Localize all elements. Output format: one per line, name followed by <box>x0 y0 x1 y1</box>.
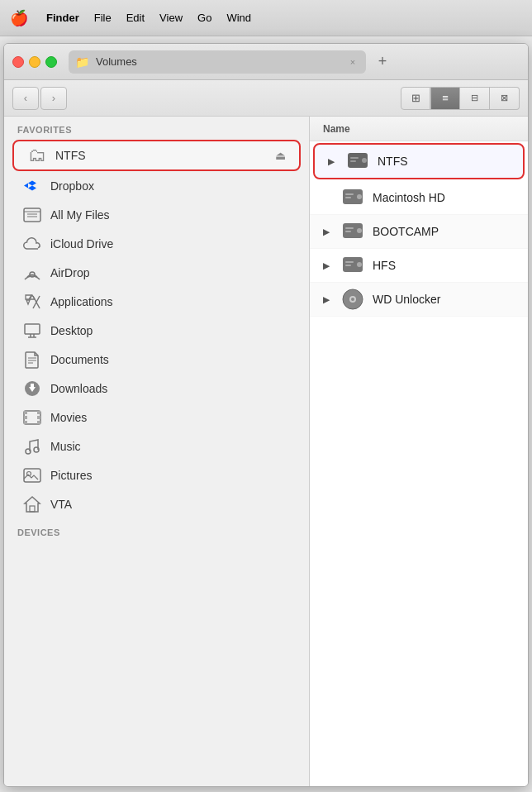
svg-marker-28 <box>25 497 40 512</box>
sidebar-item-all-my-files[interactable]: All My Files <box>9 201 304 229</box>
svg-rect-40 <box>345 227 354 229</box>
forward-arrow-icon: › <box>52 92 55 104</box>
main-panel: Name ▶ NTFS ▶ <box>310 117 528 786</box>
sidebar-item-airdrop[interactable]: AirDrop <box>9 259 304 287</box>
tab[interactable]: 📁 Volumes × <box>69 50 366 74</box>
favorites-section-label: Favorites <box>4 117 309 138</box>
cover-view-icon: ⊠ <box>501 93 508 103</box>
tab-close-button[interactable]: × <box>346 55 359 69</box>
tab-folder-icon: 📁 <box>75 55 89 69</box>
back-button[interactable]: ‹ <box>12 87 39 110</box>
svg-rect-16 <box>31 384 34 388</box>
sidebar-item-movies-label: Movies <box>50 411 87 424</box>
svg-rect-36 <box>345 193 354 195</box>
main-item-wd-label: WD Unlocker <box>373 293 440 306</box>
svg-rect-26 <box>24 469 40 482</box>
svg-point-48 <box>351 298 354 301</box>
main-item-ntfs[interactable]: ▶ NTFS <box>313 143 525 179</box>
drive-icon-macintosh <box>341 186 364 209</box>
sidebar-item-desktop-label: Desktop <box>50 324 93 337</box>
sidebar-item-all-my-files-label: All My Files <box>50 208 110 222</box>
sidebar-item-vta[interactable]: VTA <box>9 490 304 518</box>
sidebar-item-pictures[interactable]: Pictures <box>9 461 304 489</box>
column-view-button[interactable]: ⊟ <box>460 87 490 110</box>
disc-icon-wd <box>341 288 364 311</box>
sidebar-item-ntfs-label: NTFS <box>55 149 86 162</box>
sidebar-item-airdrop-label: AirDrop <box>50 266 89 279</box>
sidebar-item-movies[interactable]: Movies <box>9 403 304 432</box>
main-item-wd-unlocker[interactable]: ▶ WD Unlocker <box>310 283 528 317</box>
sidebar-item-pictures-label: Pictures <box>50 469 93 482</box>
sidebar-item-applications-label: Applications <box>50 295 113 308</box>
svg-rect-21 <box>37 421 40 424</box>
new-tab-button[interactable]: + <box>373 52 392 72</box>
svg-rect-32 <box>350 157 359 159</box>
sidebar-item-dropbox[interactable]: Dropbox <box>9 172 304 200</box>
downloads-icon <box>22 379 42 398</box>
svg-rect-41 <box>345 231 351 232</box>
sidebar-item-vta-label: VTA <box>50 498 72 511</box>
minimize-button[interactable] <box>29 56 40 68</box>
column-view-icon: ⊟ <box>471 93 478 103</box>
column-header: Name <box>310 117 528 141</box>
main-item-hfs[interactable]: ▶ HFS <box>310 249 528 283</box>
expand-arrow-bootcamp[interactable]: ▶ <box>323 227 333 236</box>
svg-rect-7 <box>25 324 40 334</box>
back-arrow-icon: ‹ <box>24 92 27 104</box>
sidebar-item-dropbox-label: Dropbox <box>50 179 94 193</box>
svg-rect-0 <box>24 208 40 222</box>
desktop-icon <box>22 321 42 341</box>
main-item-ntfs-label: NTFS <box>378 155 408 168</box>
main-item-bootcamp-label: BOOTCAMP <box>373 225 439 238</box>
sidebar-item-applications[interactable]: Applications <box>9 288 304 316</box>
cover-view-button[interactable]: ⊠ <box>490 87 520 110</box>
main-item-macintosh-hd[interactable]: ▶ Macintosh HD <box>310 181 528 215</box>
drive-icon-ntfs <box>346 150 369 173</box>
sidebar-item-downloads[interactable]: Downloads <box>9 375 304 403</box>
pictures-icon <box>22 465 42 485</box>
svg-point-35 <box>357 194 362 199</box>
svg-rect-44 <box>345 261 354 263</box>
content-area: Favorites 🗂 NTFS ⏏ Dropbox All M <box>4 117 528 786</box>
folder-icon: 🗂 <box>27 146 47 165</box>
fullscreen-button[interactable] <box>45 56 57 68</box>
menu-go[interactable]: Go <box>197 12 211 24</box>
sidebar-item-ntfs[interactable]: 🗂 NTFS ⏏ <box>12 140 301 171</box>
sidebar-item-icloud[interactable]: iCloud Drive <box>9 230 304 258</box>
movies-icon <box>22 408 42 427</box>
title-bar: 📁 Volumes × + <box>4 44 528 80</box>
sidebar-item-icloud-label: iCloud Drive <box>50 237 113 250</box>
eject-button[interactable]: ⏏ <box>275 149 286 162</box>
sidebar-item-music-label: Music <box>50 440 81 453</box>
sidebar-item-desktop[interactable]: Desktop <box>9 317 304 345</box>
icon-view-button[interactable]: ⊞ <box>401 87 430 110</box>
main-item-macintosh-label: Macintosh HD <box>373 191 445 204</box>
documents-icon <box>22 350 42 370</box>
icon-view-icon: ⊞ <box>411 92 420 104</box>
list-view-button[interactable]: ≡ <box>430 87 460 110</box>
svg-rect-23 <box>37 416 40 419</box>
close-button[interactable] <box>12 56 24 68</box>
icloud-icon <box>22 234 42 254</box>
expand-arrow-hfs[interactable]: ▶ <box>323 261 333 270</box>
menu-view[interactable]: View <box>159 12 183 24</box>
expand-arrow-wd[interactable]: ▶ <box>323 295 333 304</box>
apple-menu[interactable]: 🍎 <box>10 9 28 27</box>
sidebar-item-documents[interactable]: Documents <box>9 346 304 374</box>
list-view-icon: ≡ <box>442 92 449 104</box>
menu-window[interactable]: Wind <box>226 12 251 24</box>
finder-window: 📁 Volumes × + ‹ › ⊞ ≡ ⊟ ⊠ <box>3 43 529 787</box>
forward-button[interactable]: › <box>40 87 67 110</box>
menu-file[interactable]: File <box>94 12 112 24</box>
sidebar-item-music[interactable]: Music <box>9 432 304 460</box>
tab-title: Volumes <box>96 55 340 68</box>
all-files-icon <box>22 205 42 225</box>
devices-section-label: Devices <box>4 519 309 541</box>
main-item-bootcamp[interactable]: ▶ BOOTCAMP <box>310 215 528 249</box>
menu-edit[interactable]: Edit <box>126 12 145 24</box>
applications-icon <box>22 292 42 312</box>
vta-icon <box>22 494 42 514</box>
expand-arrow-ntfs[interactable]: ▶ <box>328 157 338 166</box>
music-icon <box>22 437 42 456</box>
menu-finder[interactable]: Finder <box>46 12 79 24</box>
